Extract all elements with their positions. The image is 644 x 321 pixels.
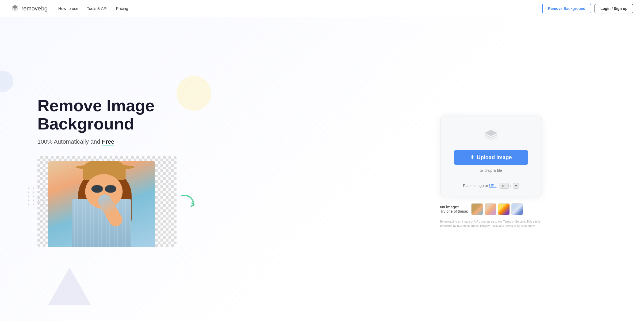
hat-brim [76, 165, 135, 170]
nav-links: How to use Tools & API Pricing [58, 6, 542, 11]
try-these-text: Try one of these: [440, 209, 468, 213]
terms-tail: apply. [527, 224, 535, 227]
plus-sign: + [510, 184, 512, 188]
arrow-right [179, 192, 198, 211]
no-image-text: No image? [440, 205, 459, 209]
url-link[interactable]: URL [489, 184, 497, 188]
hero-left: Remove Image Background 100% Automatical… [37, 97, 359, 247]
login-signup-button[interactable]: Login / Sign up [595, 4, 633, 13]
sunglasses [91, 185, 116, 193]
sample-thumbs [471, 203, 523, 215]
deco-half-circle [0, 71, 13, 92]
remove-background-button[interactable]: Remove Background [542, 4, 591, 13]
privacy-policy-link[interactable]: Privacy Policy [480, 224, 498, 227]
sample-thumb-4[interactable] [511, 203, 523, 215]
person-preview [48, 161, 155, 247]
left-lens [91, 185, 103, 193]
sample-thumb-2[interactable] [485, 203, 496, 215]
nav-actions: Remove Background Login / Sign up [542, 4, 633, 13]
sample-images-area: No image? Try one of these: [440, 203, 542, 215]
drop-file-text: or drop a file [454, 168, 528, 173]
hero-subtitle: 100% Automatically and Free [37, 138, 359, 145]
green-arrow-icon [179, 192, 198, 210]
upload-icon-area [454, 129, 528, 144]
sample-label: No image? Try one of these: [440, 205, 468, 213]
terms-of-service-link-2[interactable]: Terms of Service [505, 224, 527, 227]
navbar: removebg How to use Tools & API Pricing … [0, 0, 644, 17]
terms-text: By uploading an image or URL you agree t… [440, 219, 542, 228]
upload-image-button[interactable]: ⬆ Upload Image [454, 150, 528, 165]
hero-title: Remove Image Background [37, 97, 359, 133]
image-preview-area [37, 156, 177, 247]
paste-area: Paste image or URL ctrl + v [454, 178, 528, 189]
logo-text: removebg [21, 5, 48, 12]
logo-icon [11, 4, 19, 13]
layers-icon [483, 129, 499, 143]
upload-icon: ⬆ [470, 154, 474, 160]
v-key: v [513, 183, 519, 189]
right-lens [105, 185, 116, 193]
terms-end: and [498, 224, 505, 227]
keyboard-shortcut: ctrl + v [500, 183, 519, 189]
deco-triangle [48, 268, 91, 305]
nav-link-pricing[interactable]: Pricing [116, 6, 128, 11]
sample-thumb-1[interactable] [471, 203, 483, 215]
ctrl-key: ctrl [500, 183, 508, 189]
nav-link-how-to-use[interactable]: How to use [58, 6, 78, 11]
hero-section: Remove Image Background 100% Automatical… [0, 17, 644, 321]
paste-text: Paste image or [463, 184, 488, 188]
logo[interactable]: removebg [11, 4, 48, 13]
terms-of-service-link-1[interactable]: Terms of Service [503, 220, 525, 223]
person-bg [48, 161, 155, 247]
upload-box: ⬆ Upload Image or drop a file Paste imag… [440, 116, 542, 197]
upload-button-label: Upload Image [477, 154, 512, 160]
hero-right: ⬆ Upload Image or drop a file Paste imag… [359, 116, 623, 228]
sample-thumb-3[interactable] [498, 203, 510, 215]
nav-link-tools-api[interactable]: Tools & API [87, 6, 108, 11]
terms-prefix: By uploading an image or URL you agree t… [440, 220, 503, 223]
